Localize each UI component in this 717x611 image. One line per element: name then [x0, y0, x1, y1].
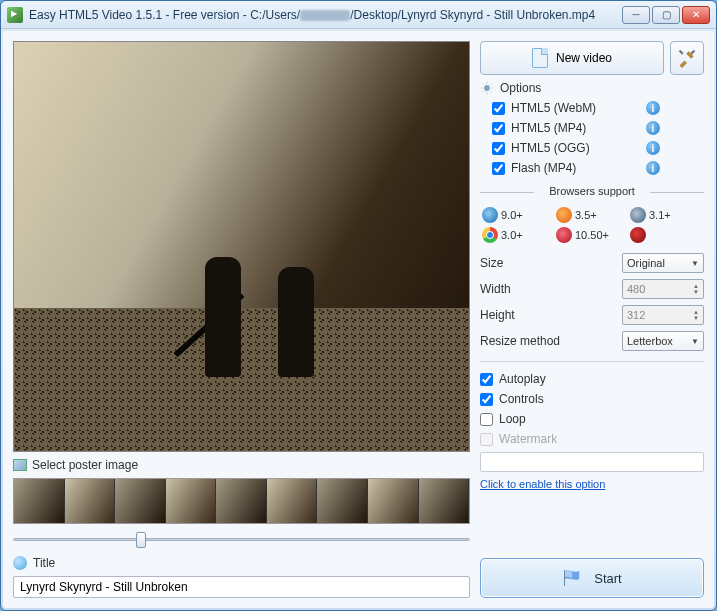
- height-label: Height: [480, 308, 616, 322]
- resize-label: Resize method: [480, 334, 616, 348]
- format-row-webm: HTML5 (WebM) i: [480, 101, 704, 115]
- title-input[interactable]: [13, 576, 470, 598]
- flag-icon: [562, 570, 584, 586]
- new-video-button[interactable]: New video: [480, 41, 664, 75]
- left-panel: Select poster image Title: [13, 41, 470, 598]
- format-label-ogg: HTML5 (OGG): [511, 141, 590, 155]
- loop-check[interactable]: [480, 413, 493, 426]
- title-label: Title: [33, 556, 55, 570]
- title-icon: [13, 556, 27, 570]
- controls-check[interactable]: [480, 393, 493, 406]
- slider-track[interactable]: [13, 538, 470, 541]
- ie-icon: [482, 207, 498, 223]
- gear-icon: [480, 81, 494, 95]
- browser-chrome: 3.0+: [482, 227, 554, 243]
- resize-row: Resize method Letterbox▼: [480, 331, 704, 351]
- client-area: Select poster image Title: [3, 31, 714, 608]
- watermark-label: Watermark: [499, 432, 557, 446]
- poster-label-row: Select poster image: [13, 458, 470, 472]
- firefox-icon: [556, 207, 572, 223]
- title-suffix: /Desktop/Lynyrd Skynyrd - Still Unbroken…: [350, 8, 595, 22]
- thumbnail-strip[interactable]: [13, 478, 470, 524]
- size-select[interactable]: Original▼: [622, 253, 704, 273]
- browsers-grid: 9.0+ 3.5+ 3.1+ 3.0+ 10.50+: [480, 203, 704, 247]
- thumbnail[interactable]: [65, 479, 116, 523]
- thumbnail[interactable]: [14, 479, 65, 523]
- autoplay-label: Autoplay: [499, 372, 546, 386]
- size-label: Size: [480, 256, 616, 270]
- browser-firefox: 3.5+: [556, 207, 628, 223]
- slider-handle[interactable]: [136, 532, 146, 548]
- top-button-row: New video: [480, 41, 704, 75]
- loop-row: Loop: [480, 412, 704, 426]
- poster-slider[interactable]: [13, 530, 470, 548]
- options-label: Options: [500, 81, 541, 95]
- browsers-header: Browsers support: [480, 185, 704, 197]
- info-icon[interactable]: i: [646, 121, 660, 135]
- format-check-ogg[interactable]: [492, 142, 505, 155]
- format-row-flash: Flash (MP4) i: [480, 161, 704, 175]
- app-icon: [7, 7, 23, 23]
- thumbnail[interactable]: [317, 479, 368, 523]
- width-spinner[interactable]: 480▲▼: [622, 279, 704, 299]
- divider: [480, 361, 704, 362]
- format-check-webm[interactable]: [492, 102, 505, 115]
- format-check-mp4[interactable]: [492, 122, 505, 135]
- spinner-arrows[interactable]: ▲▼: [693, 283, 699, 295]
- thumbnail[interactable]: [368, 479, 419, 523]
- browser-flash: [630, 227, 702, 243]
- controls-label: Controls: [499, 392, 544, 406]
- start-label: Start: [594, 571, 621, 586]
- height-spinner[interactable]: 312▲▼: [622, 305, 704, 325]
- settings-button[interactable]: [670, 41, 704, 75]
- thumbnail[interactable]: [115, 479, 166, 523]
- width-row: Width 480▲▼: [480, 279, 704, 299]
- format-row-ogg: HTML5 (OGG) i: [480, 141, 704, 155]
- info-icon[interactable]: i: [646, 161, 660, 175]
- width-label: Width: [480, 282, 616, 296]
- spinner-arrows[interactable]: ▲▼: [693, 309, 699, 321]
- minimize-button[interactable]: ─: [622, 6, 650, 24]
- height-row: Height 312▲▼: [480, 305, 704, 325]
- watermark-input: [480, 452, 704, 472]
- preview-figure-1: [205, 257, 241, 377]
- redacted-segment: [300, 10, 350, 21]
- close-button[interactable]: ✕: [682, 6, 710, 24]
- autoplay-check[interactable]: [480, 373, 493, 386]
- maximize-button[interactable]: ▢: [652, 6, 680, 24]
- thumbnail[interactable]: [267, 479, 318, 523]
- poster-label: Select poster image: [32, 458, 138, 472]
- chevron-down-icon: ▼: [691, 337, 699, 346]
- opera-icon: [556, 227, 572, 243]
- thumbnail[interactable]: [216, 479, 267, 523]
- format-check-flash[interactable]: [492, 162, 505, 175]
- right-panel: New video Options HTML5 (WebM) i HTML5 (…: [480, 41, 704, 598]
- info-icon[interactable]: i: [646, 141, 660, 155]
- video-preview[interactable]: [13, 41, 470, 452]
- format-label-flash: Flash (MP4): [511, 161, 576, 175]
- new-video-label: New video: [556, 51, 612, 65]
- browser-ie: 9.0+: [482, 207, 554, 223]
- title-prefix: Easy HTML5 Video 1.5.1 - Free version - …: [29, 8, 300, 22]
- app-window: Easy HTML5 Video 1.5.1 - Free version - …: [0, 0, 717, 611]
- preview-figure-2: [278, 267, 314, 377]
- format-label-mp4: HTML5 (MP4): [511, 121, 586, 135]
- start-button[interactable]: Start: [480, 558, 704, 598]
- preview-crowd: [14, 308, 469, 451]
- autoplay-row: Autoplay: [480, 372, 704, 386]
- safari-icon: [630, 207, 646, 223]
- watermark-row: Watermark: [480, 432, 704, 446]
- info-icon[interactable]: i: [646, 101, 660, 115]
- loop-label: Loop: [499, 412, 526, 426]
- resize-select[interactable]: Letterbox▼: [622, 331, 704, 351]
- titlebar[interactable]: Easy HTML5 Video 1.5.1 - Free version - …: [1, 1, 716, 29]
- title-row: Title: [13, 556, 470, 570]
- format-label-webm: HTML5 (WebM): [511, 101, 596, 115]
- thumbnail[interactable]: [419, 479, 470, 523]
- enable-watermark-link[interactable]: Click to enable this option: [480, 478, 704, 490]
- browser-safari: 3.1+: [630, 207, 702, 223]
- size-row: Size Original▼: [480, 253, 704, 273]
- svg-point-0: [484, 85, 490, 91]
- thumbnail[interactable]: [166, 479, 217, 523]
- chevron-down-icon: ▼: [691, 259, 699, 268]
